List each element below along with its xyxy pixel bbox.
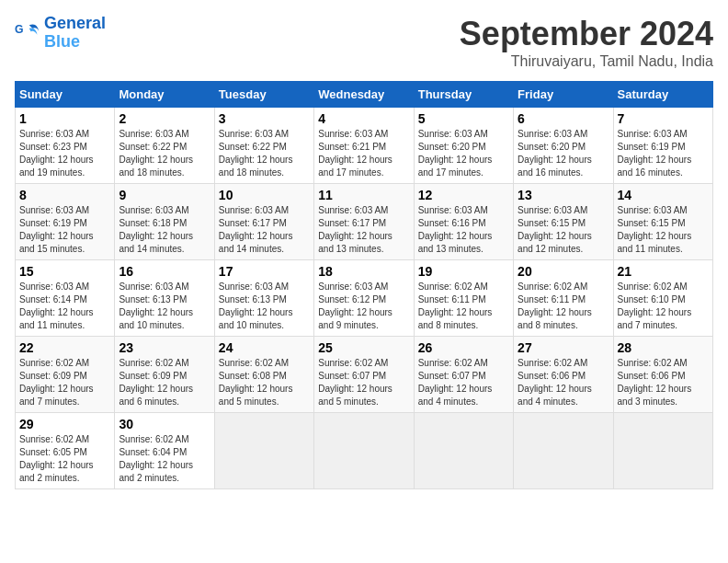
- calendar-cell: 25 Sunrise: 6:02 AM Sunset: 6:07 PM Dayl…: [314, 337, 414, 413]
- day-info: Sunrise: 6:02 AM Sunset: 6:09 PM Dayligh…: [19, 357, 110, 408]
- day-number: 25: [318, 340, 409, 355]
- day-info: Sunrise: 6:03 AM Sunset: 6:23 PM Dayligh…: [19, 128, 110, 179]
- day-info: Sunrise: 6:03 AM Sunset: 6:15 PM Dayligh…: [518, 204, 609, 256]
- day-number: 12: [418, 188, 509, 202]
- month-title: September 2024: [460, 15, 713, 53]
- day-info: Sunrise: 6:02 AM Sunset: 6:06 PM Dayligh…: [618, 357, 709, 408]
- day-info: Sunrise: 6:03 AM Sunset: 6:12 PM Dayligh…: [318, 281, 409, 332]
- calendar-cell: 3 Sunrise: 6:03 AM Sunset: 6:22 PM Dayli…: [214, 108, 313, 184]
- calendar-week-row: 15 Sunrise: 6:03 AM Sunset: 6:14 PM Dayl…: [16, 260, 713, 337]
- calendar-cell: 12 Sunrise: 6:03 AM Sunset: 6:16 PM Dayl…: [414, 184, 513, 260]
- day-info: Sunrise: 6:03 AM Sunset: 6:16 PM Dayligh…: [418, 204, 509, 256]
- day-number: 20: [518, 264, 609, 279]
- day-info: Sunrise: 6:03 AM Sunset: 6:18 PM Dayligh…: [119, 204, 210, 256]
- calendar-week-row: 8 Sunrise: 6:03 AM Sunset: 6:19 PM Dayli…: [16, 184, 713, 260]
- calendar-cell: 17 Sunrise: 6:03 AM Sunset: 6:13 PM Dayl…: [214, 260, 313, 337]
- logo: G General Blue: [15, 15, 106, 52]
- day-number: 13: [518, 188, 609, 202]
- day-number: 29: [19, 417, 110, 431]
- day-number: 2: [119, 111, 210, 126]
- day-info: Sunrise: 6:03 AM Sunset: 6:19 PM Dayligh…: [618, 128, 709, 179]
- calendar-cell: 23 Sunrise: 6:02 AM Sunset: 6:09 PM Dayl…: [115, 337, 214, 413]
- day-number: 6: [518, 111, 609, 126]
- calendar-cell: 11 Sunrise: 6:03 AM Sunset: 6:17 PM Dayl…: [314, 184, 414, 260]
- calendar-cell: [613, 413, 712, 489]
- calendar-cell: 19 Sunrise: 6:02 AM Sunset: 6:11 PM Dayl…: [414, 260, 513, 337]
- calendar-cell: 6 Sunrise: 6:03 AM Sunset: 6:20 PM Dayli…: [514, 108, 613, 184]
- header-tuesday: Tuesday: [214, 82, 313, 108]
- calendar-cell: 26 Sunrise: 6:02 AM Sunset: 6:07 PM Dayl…: [414, 337, 513, 413]
- calendar-week-row: 29 Sunrise: 6:02 AM Sunset: 6:05 PM Dayl…: [16, 413, 713, 489]
- header-monday: Monday: [115, 82, 214, 108]
- calendar-cell: 15 Sunrise: 6:03 AM Sunset: 6:14 PM Dayl…: [16, 260, 115, 337]
- day-number: 16: [119, 264, 210, 279]
- day-info: Sunrise: 6:02 AM Sunset: 6:09 PM Dayligh…: [119, 357, 210, 408]
- day-info: Sunrise: 6:03 AM Sunset: 6:15 PM Dayligh…: [618, 204, 709, 256]
- header-saturday: Saturday: [613, 82, 712, 108]
- day-number: 7: [618, 111, 709, 126]
- calendar-cell: 30 Sunrise: 6:02 AM Sunset: 6:04 PM Dayl…: [115, 413, 214, 489]
- day-number: 24: [219, 340, 310, 355]
- day-number: 22: [19, 340, 110, 355]
- day-number: 28: [618, 340, 709, 355]
- day-info: Sunrise: 6:03 AM Sunset: 6:22 PM Dayligh…: [119, 128, 210, 179]
- day-number: 4: [318, 111, 409, 126]
- calendar-week-row: 1 Sunrise: 6:03 AM Sunset: 6:23 PM Dayli…: [16, 108, 713, 184]
- calendar-cell: 8 Sunrise: 6:03 AM Sunset: 6:19 PM Dayli…: [16, 184, 115, 260]
- day-info: Sunrise: 6:02 AM Sunset: 6:10 PM Dayligh…: [618, 281, 709, 332]
- svg-text:G: G: [15, 23, 24, 36]
- day-info: Sunrise: 6:02 AM Sunset: 6:07 PM Dayligh…: [318, 357, 409, 408]
- calendar-week-row: 22 Sunrise: 6:02 AM Sunset: 6:09 PM Dayl…: [16, 337, 713, 413]
- calendar-cell: 20 Sunrise: 6:02 AM Sunset: 6:11 PM Dayl…: [514, 260, 613, 337]
- calendar-cell: [414, 413, 513, 489]
- calendar-cell: 28 Sunrise: 6:02 AM Sunset: 6:06 PM Dayl…: [613, 337, 712, 413]
- calendar-cell: 27 Sunrise: 6:02 AM Sunset: 6:06 PM Dayl…: [514, 337, 613, 413]
- day-info: Sunrise: 6:03 AM Sunset: 6:19 PM Dayligh…: [19, 204, 110, 256]
- day-info: Sunrise: 6:02 AM Sunset: 6:07 PM Dayligh…: [418, 357, 509, 408]
- day-number: 5: [418, 111, 509, 126]
- calendar-cell: 1 Sunrise: 6:03 AM Sunset: 6:23 PM Dayli…: [16, 108, 115, 184]
- day-info: Sunrise: 6:02 AM Sunset: 6:05 PM Dayligh…: [19, 433, 110, 485]
- calendar-cell: 13 Sunrise: 6:03 AM Sunset: 6:15 PM Dayl…: [514, 184, 613, 260]
- calendar-cell: 5 Sunrise: 6:03 AM Sunset: 6:20 PM Dayli…: [414, 108, 513, 184]
- location: Thiruvaiyaru, Tamil Nadu, India: [460, 53, 713, 70]
- calendar-cell: 18 Sunrise: 6:03 AM Sunset: 6:12 PM Dayl…: [314, 260, 414, 337]
- calendar-table: SundayMondayTuesdayWednesdayThursdayFrid…: [15, 81, 713, 489]
- calendar-cell: 7 Sunrise: 6:03 AM Sunset: 6:19 PM Dayli…: [613, 108, 712, 184]
- calendar-cell: 2 Sunrise: 6:03 AM Sunset: 6:22 PM Dayli…: [115, 108, 214, 184]
- calendar-cell: [514, 413, 613, 489]
- day-number: 14: [618, 188, 709, 202]
- logo-icon: G: [15, 20, 40, 46]
- title-block: September 2024 Thiruvaiyaru, Tamil Nadu,…: [460, 15, 713, 70]
- day-info: Sunrise: 6:02 AM Sunset: 6:06 PM Dayligh…: [518, 357, 609, 408]
- day-number: 15: [19, 264, 110, 279]
- calendar-cell: 4 Sunrise: 6:03 AM Sunset: 6:21 PM Dayli…: [314, 108, 414, 184]
- day-info: Sunrise: 6:03 AM Sunset: 6:20 PM Dayligh…: [418, 128, 509, 179]
- header-wednesday: Wednesday: [314, 82, 414, 108]
- day-info: Sunrise: 6:03 AM Sunset: 6:13 PM Dayligh…: [219, 281, 310, 332]
- day-number: 10: [219, 188, 310, 202]
- day-info: Sunrise: 6:03 AM Sunset: 6:14 PM Dayligh…: [19, 281, 110, 332]
- day-number: 17: [219, 264, 310, 279]
- calendar-cell: 9 Sunrise: 6:03 AM Sunset: 6:18 PM Dayli…: [115, 184, 214, 260]
- day-info: Sunrise: 6:03 AM Sunset: 6:13 PM Dayligh…: [119, 281, 210, 332]
- day-number: 9: [119, 188, 210, 202]
- day-info: Sunrise: 6:02 AM Sunset: 6:11 PM Dayligh…: [418, 281, 509, 332]
- calendar-cell: 22 Sunrise: 6:02 AM Sunset: 6:09 PM Dayl…: [16, 337, 115, 413]
- day-info: Sunrise: 6:02 AM Sunset: 6:08 PM Dayligh…: [219, 357, 310, 408]
- day-number: 1: [19, 111, 110, 126]
- calendar-cell: [214, 413, 313, 489]
- header-friday: Friday: [514, 82, 613, 108]
- calendar-cell: 14 Sunrise: 6:03 AM Sunset: 6:15 PM Dayl…: [613, 184, 712, 260]
- header-sunday: Sunday: [16, 82, 115, 108]
- day-number: 27: [518, 340, 609, 355]
- calendar-cell: 10 Sunrise: 6:03 AM Sunset: 6:17 PM Dayl…: [214, 184, 313, 260]
- day-info: Sunrise: 6:03 AM Sunset: 6:21 PM Dayligh…: [318, 128, 409, 179]
- calendar-header-row: SundayMondayTuesdayWednesdayThursdayFrid…: [16, 82, 713, 108]
- day-number: 8: [19, 188, 110, 202]
- calendar-cell: 24 Sunrise: 6:02 AM Sunset: 6:08 PM Dayl…: [214, 337, 313, 413]
- calendar-cell: 29 Sunrise: 6:02 AM Sunset: 6:05 PM Dayl…: [16, 413, 115, 489]
- day-info: Sunrise: 6:03 AM Sunset: 6:17 PM Dayligh…: [219, 204, 310, 256]
- day-number: 30: [119, 417, 210, 431]
- calendar-cell: [314, 413, 414, 489]
